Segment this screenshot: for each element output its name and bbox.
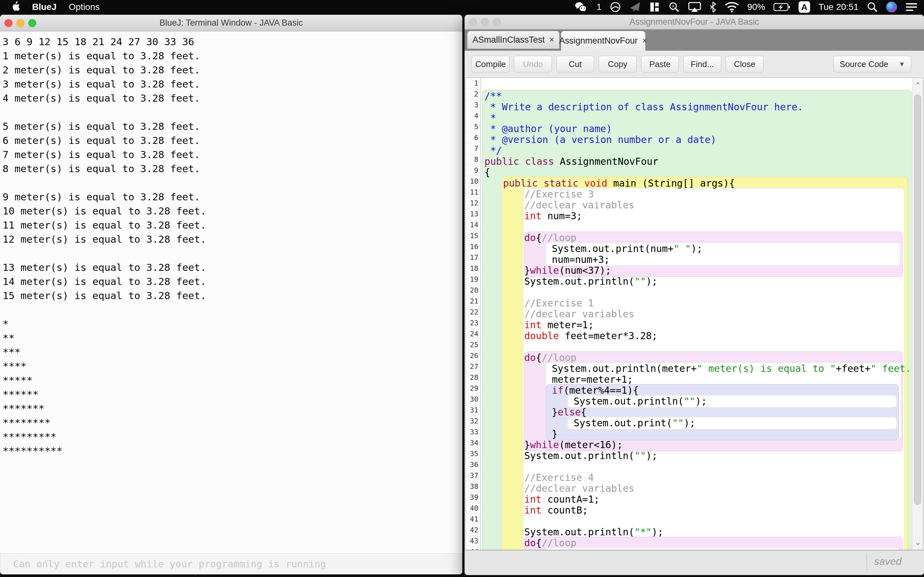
terminal-line: *** [3, 345, 462, 359]
code-line: * @author (your name) [481, 123, 912, 134]
code-line: }while(meter<16); [481, 440, 912, 450]
spotlight-icon[interactable] [867, 2, 878, 13]
terminal-line: 6 meter(s) is equal to 3.28 feet. [3, 133, 462, 147]
window-tiles-icon[interactable] [649, 2, 660, 13]
code-editor[interactable]: 1234567891011121314151617181920212223242… [465, 77, 923, 550]
code-line: if(meter%4==1){ [481, 385, 912, 396]
code-token: "*" [634, 526, 652, 538]
code-line: System.out.println(""); [481, 276, 912, 287]
code-token: countA=1; [541, 494, 599, 505]
vertical-scrollbar[interactable]: ⌃ ⌄ [912, 78, 923, 550]
terminal-line: 15 meter(s) is equal to 3.28 feet. [3, 288, 462, 303]
code-token: "" [672, 417, 684, 429]
terminal-window-title: BlueJ: Terminal Window - JAVA Basic [160, 18, 303, 28]
view-selector-dropdown[interactable]: Source Code ▼ [834, 56, 911, 73]
code-token: System.out.print(num+ [552, 243, 674, 254]
code-token: * Write a description of class Assignmen… [485, 101, 803, 113]
terminal-line [3, 246, 462, 260]
minimize-button[interactable] [481, 18, 489, 26]
vpn-circle-icon[interactable] [610, 2, 621, 13]
svg-text:A: A [672, 4, 675, 9]
code-token: System.out.println( [573, 396, 684, 407]
code-token: public static [503, 177, 584, 189]
menu-clock[interactable]: Tue 20:51 [819, 2, 859, 12]
code-line: { [481, 167, 912, 178]
code-token: +feet+ [836, 363, 871, 374]
editor-tab-bar: ASmallInClassTest×AssignmentNovFour× [465, 29, 924, 51]
tab-label: ASmallInClassTest [473, 35, 545, 45]
scroll-up-icon[interactable]: ⌃ [913, 79, 923, 92]
cut-button[interactable]: Cut [556, 56, 594, 73]
code-token: //loop [541, 537, 576, 548]
line-number: 21 [465, 296, 481, 307]
code-token: AssignmentNovFour [554, 156, 658, 167]
terminal-line: 11 meter(s) is equal to 3.28 feet. [3, 218, 462, 232]
notification-list-icon[interactable] [905, 2, 918, 12]
code-token: else [557, 406, 581, 418]
terminal-line: **** [3, 359, 462, 373]
code-content[interactable]: /** * Write a description of class Assig… [481, 78, 912, 550]
tab-ASmallInClassTest[interactable]: ASmallInClassTest× [467, 31, 559, 49]
code-line: System.out.println(""); [481, 450, 912, 461]
editor-window-title: AssignmentNovFour - JAVA Basic [630, 17, 759, 27]
code-token: while [530, 439, 559, 450]
code-line: //Exercise 4 [481, 472, 912, 483]
code-token: main (String[] args){ [607, 177, 735, 189]
terminal-titlebar[interactable]: BlueJ: Terminal Window - JAVA Basic [0, 15, 462, 31]
terminal-line: ** [3, 331, 462, 345]
input-source-icon[interactable]: A [798, 1, 810, 13]
airplay-icon[interactable] [688, 2, 701, 13]
code-line: }else{ [481, 407, 912, 418]
terminal-line: ****** [3, 387, 462, 401]
line-number: 27 [465, 361, 481, 372]
code-line: do{//loop [481, 232, 912, 243]
terminal-output: 3 6 9 12 15 18 21 24 27 30 33 361 meter(… [0, 31, 462, 553]
line-number: 31 [465, 405, 481, 416]
line-number: 17 [465, 252, 481, 263]
tab-AssignmentNovFour[interactable]: AssignmentNovFour× [561, 31, 646, 51]
terminal-input-bar[interactable]: Can only enter input while your programm… [0, 553, 462, 574]
editor-window: AssignmentNovFour - JAVA Basic ASmallInC… [465, 15, 924, 575]
line-number: 26 [465, 350, 481, 361]
code-token: //loop [541, 232, 576, 243]
close-button[interactable] [5, 19, 13, 27]
menu-item-options[interactable]: Options [69, 2, 100, 12]
tab-close-icon[interactable]: × [549, 35, 554, 45]
line-number: 16 [465, 242, 481, 252]
code-token: (meter%4==1){ [564, 385, 639, 396]
wifi-icon[interactable] [725, 2, 739, 13]
code-line: }while(num<37); [481, 265, 912, 276]
code-token: (meter<16); [559, 439, 623, 450]
compile-button[interactable]: Compile [472, 56, 509, 73]
zoom-button[interactable] [28, 19, 36, 27]
code-token: System.out.println( [524, 276, 634, 287]
bluetooth-icon[interactable] [709, 1, 716, 13]
line-number-gutter: 1234567891011121314151617181920212223242… [465, 78, 481, 550]
zoom-button[interactable] [493, 18, 501, 26]
code-token: ); [646, 450, 657, 461]
paperplane-icon[interactable] [629, 2, 641, 13]
paste-button[interactable]: Paste [641, 56, 679, 73]
siri-icon[interactable] [886, 2, 897, 13]
menu-app-name[interactable]: BlueJ [32, 2, 57, 12]
wechat-icon[interactable] [575, 2, 588, 13]
find-button[interactable]: Find... [683, 56, 721, 73]
line-number: 37 [465, 470, 481, 481]
line-number: 39 [465, 492, 481, 503]
zoom-search-icon[interactable]: A [668, 1, 680, 13]
apple-logo-icon[interactable] [11, 1, 20, 13]
close-button[interactable]: Close [726, 56, 764, 73]
editor-titlebar[interactable]: AssignmentNovFour - JAVA Basic [465, 15, 924, 29]
code-token: } [524, 439, 530, 450]
copy-button[interactable]: Copy [599, 56, 636, 73]
code-token: * @version (a version number or a date) [485, 134, 716, 145]
code-token: ); [652, 526, 663, 538]
view-selector-label: Source Code [840, 59, 888, 69]
scroll-down-icon[interactable]: ⌄ [913, 536, 923, 548]
battery-charging-icon[interactable] [774, 2, 790, 12]
tab-close-icon[interactable]: × [642, 36, 647, 46]
minimize-button[interactable] [16, 19, 24, 27]
code-token: "" [634, 450, 646, 461]
close-button[interactable] [469, 18, 477, 26]
scrollbar-thumb[interactable] [914, 95, 921, 505]
